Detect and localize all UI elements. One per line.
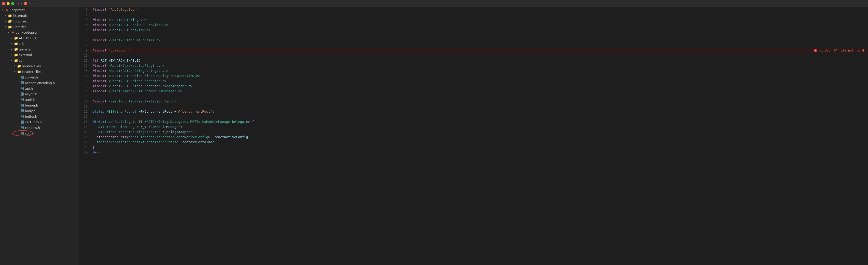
- folder-icon-glyph: 📁: [17, 64, 21, 68]
- sidebar-label-cpr: cpr: [19, 59, 24, 62]
- sidebar-item-header-files[interactable]: 📁Header Files: [0, 69, 79, 75]
- code-area[interactable]: #import "AppDelegate.h"#import <React/RC…: [90, 7, 868, 265]
- token: #import: [93, 7, 107, 12]
- tree-icon-async.h: h: [20, 92, 24, 96]
- sidebar-item-source-files[interactable]: 📁Source Files: [0, 63, 79, 69]
- sidebar-item-zlib[interactable]: 📁zlib: [0, 41, 79, 47]
- code-line-25: RCTSurfacePresenterBridgeAdapter *_bridg…: [90, 129, 868, 135]
- breadcrumb-sep-1: ›: [30, 2, 31, 5]
- sidebar-item-cpr.xcodeproj[interactable]: Acpr.xcodeproj: [0, 30, 79, 35]
- sidebar-item-cprver.h[interactable]: hcprver.h: [0, 75, 79, 80]
- close-button[interactable]: [2, 2, 5, 5]
- sidebar-item-async.h[interactable]: hasync.h: [0, 91, 79, 97]
- back-arrow[interactable]: ‹: [18, 2, 19, 6]
- token: <React/RCTRootView.h>: [109, 28, 150, 33]
- sidebar-label-async.h: async.h: [25, 92, 37, 96]
- token: const: [128, 135, 138, 140]
- sidebar-item-cpr.h[interactable]: hcpr.h: [0, 130, 79, 136]
- sidebar-item-accept_encoding.h[interactable]: haccept_encoding.h: [0, 80, 79, 86]
- token: *: [122, 109, 126, 114]
- sidebar-item-externals[interactable]: 📁Externals: [0, 13, 79, 18]
- code-line-4: #import <React/RCTBundleURLProvider.h>: [90, 23, 868, 28]
- line-num-2: 2: [79, 12, 90, 17]
- sidebar-label-header-files: Header Files: [22, 70, 41, 73]
- sidebar-item-cpr[interactable]: 📁cpr: [0, 58, 79, 63]
- token: #import: [93, 73, 107, 79]
- code-line-27: facebook::react::ContextContainer::Share…: [90, 140, 868, 145]
- sidebar[interactable]: Alibcprtest📁Externals📁libcprtest📁Librari…: [0, 7, 79, 265]
- token: #import: [93, 68, 107, 73]
- sidebar-item-buffer.h[interactable]: hbuffer.h: [0, 114, 79, 119]
- forward-arrow[interactable]: ›: [21, 2, 22, 6]
- sidebar-item-body.h[interactable]: hbody.h: [0, 108, 79, 114]
- token: <React/RCTFabricSurfaceHostingProxyRootV…: [109, 73, 200, 79]
- sidebar-item-libraries[interactable]: 📁Libraries: [0, 24, 79, 30]
- sidebar-label-cpr.h: cpr.h: [25, 131, 33, 135]
- token: [107, 99, 109, 104]
- line-num-17: 17: [79, 89, 90, 94]
- line-num-9: 9: [79, 48, 90, 53]
- code-line-20: [90, 104, 868, 109]
- tree-arrow-cpr.xcodeproj: [7, 31, 10, 34]
- token: RCTSurfacePresenterBridgeAdapter: [97, 129, 160, 135]
- line-num-23: 23: [79, 119, 90, 124]
- token: <React/CoreModulesPlugins.h>: [109, 63, 164, 68]
- tree-icon-body.h: h: [20, 109, 24, 113]
- token: AppDelegate: [115, 119, 136, 124]
- code-line-8: [90, 43, 868, 48]
- folder-icon-glyph: 📁: [8, 14, 12, 18]
- token: ;: [214, 140, 216, 145]
- token: #if: [93, 58, 98, 63]
- sidebar-item-bearer.h[interactable]: hbearer.h: [0, 102, 79, 108]
- token: [107, 7, 109, 12]
- token: [93, 135, 97, 140]
- token: [98, 58, 100, 63]
- code-line-11: #if RCT_NEW_ARCH_ENABLED: [90, 58, 868, 63]
- sidebar-item-libcprtest[interactable]: 📁libcprtest: [0, 18, 79, 24]
- sidebar-item-cert_info.h[interactable]: hcert_info.h: [0, 119, 79, 125]
- token: <React/RCTAppSetupUtils.h>: [109, 38, 161, 43]
- line-num-26: 26: [79, 135, 90, 140]
- code-line-24: RCTTurboModuleManager *_turboModuleManag…: [90, 124, 868, 129]
- sidebar-item-all_build[interactable]: 📁ALL_BUILD: [0, 35, 79, 41]
- code-line-17: #import <ReactCommon/RCTTurboModuleManag…: [90, 89, 868, 94]
- sidebar-item-uninstall[interactable]: 📁uninstall: [0, 47, 79, 52]
- token: _turboModuleManager: [143, 124, 181, 129]
- folder-icon-glyph: 📁: [8, 25, 12, 29]
- line-num-20: 20: [79, 104, 90, 109]
- window-controls[interactable]: [2, 2, 14, 5]
- tree-icon-cprver.h: h: [20, 76, 24, 79]
- tree-arrow-libraries: [4, 25, 7, 28]
- code-line-18: [90, 94, 868, 99]
- sidebar-label-externals: Externals: [13, 14, 28, 18]
- token: <React/RCTSurfacePresenter.h>: [109, 79, 166, 84]
- h-icon-glyph: h: [21, 115, 24, 118]
- line-num-28: 28: [79, 145, 90, 150]
- h-icon-glyph: h: [21, 92, 24, 95]
- tree-icon-source-files: 📁: [17, 64, 21, 68]
- token: const: [126, 109, 136, 114]
- minimize-button[interactable]: [7, 2, 10, 5]
- code-line-6: [90, 33, 868, 38]
- maximize-button[interactable]: [11, 2, 14, 5]
- sidebar-item-cookies.h[interactable]: hcookies.h: [0, 125, 79, 130]
- token: RCTTurboModuleManagerDelegate: [190, 119, 248, 124]
- code-line-12: #import <React/CoreModulesPlugins.h>: [90, 63, 868, 68]
- token: [107, 38, 109, 43]
- sidebar-item-root[interactable]: Alibcprtest: [0, 7, 79, 13]
- line-num-29: 29: [79, 150, 90, 155]
- sidebar-item-auth.h[interactable]: hauth.h: [0, 97, 79, 102]
- sidebar-item-external[interactable]: 📁external: [0, 52, 79, 58]
- code-line-28: }: [90, 145, 868, 150]
- tree-arrow-uninstall: [10, 48, 13, 51]
- code-line-9: #import "cpr/cpr.h"✕'cpr/cpr.h' file not…: [90, 48, 868, 53]
- tree-icon-cert_info.h: h: [20, 120, 24, 124]
- token: >: [208, 135, 212, 140]
- sidebar-item-api.h[interactable]: hapi.h: [0, 86, 79, 91]
- token: RCTCxxBridgeDelegate: [146, 119, 186, 124]
- sidebar-label-cprver.h: cprver.h: [25, 76, 38, 79]
- line-num-19: 19: [79, 99, 90, 104]
- token: [179, 140, 181, 145]
- tree-icon-external: 📁: [14, 53, 18, 57]
- token: <React/RCTBundleURLProvider.h>: [109, 23, 168, 28]
